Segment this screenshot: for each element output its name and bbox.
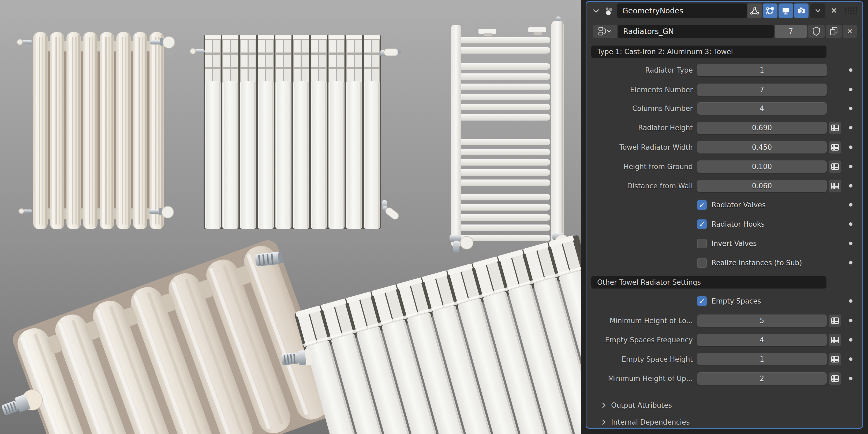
input-row: Radiator Height 0.690	[586, 122, 862, 134]
input-row: Towel Radiator Width 0.450	[586, 141, 862, 154]
realize-instances-checkbox[interactable]	[697, 258, 707, 268]
radiator-hooks-checkbox[interactable]: ✓	[697, 219, 707, 229]
radiator-valves-checkbox[interactable]: ✓	[697, 200, 707, 210]
input-attribute-toggle[interactable]	[829, 334, 841, 346]
elements-number-field[interactable]: 7	[697, 84, 827, 96]
empty-spaces-frequency-field[interactable]: 4	[697, 334, 827, 346]
input-attribute-toggle[interactable]	[829, 180, 841, 192]
input-value: 5	[760, 317, 764, 325]
decorator-dot[interactable]	[849, 377, 852, 380]
input-label: Radiator Type	[586, 64, 693, 76]
render-cast-iron-column-radiator	[17, 32, 175, 229]
distance-from-wall-field[interactable]: 0.060	[697, 180, 827, 192]
input-label: Elements Number	[586, 84, 693, 96]
close-icon: ✕	[847, 28, 853, 35]
render-aluminum-panel-radiator	[190, 35, 401, 229]
checkbox-label: Invert Valves	[712, 239, 757, 248]
copy-icon	[829, 26, 838, 36]
close-icon: ✕	[831, 7, 837, 15]
input-label: Columns Number	[586, 102, 693, 115]
duplicate-node-tree-button[interactable]	[826, 25, 842, 38]
decorator-dot[interactable]	[849, 222, 852, 226]
display-realtime-toggle[interactable]	[778, 3, 793, 18]
empty-spaces-checkbox[interactable]: ✓	[697, 296, 707, 306]
minimum-height-upper-field[interactable]: 2	[697, 372, 827, 385]
chevron-down-icon	[814, 6, 822, 15]
input-label: Distance from Wall	[586, 180, 693, 192]
node-tree-name: Radiators_GN	[623, 27, 674, 36]
chevron-right-icon	[600, 402, 607, 409]
input-attribute-toggle[interactable]	[829, 372, 841, 385]
input-value: 0.060	[752, 182, 772, 190]
decorator-dot[interactable]	[849, 184, 852, 188]
decorator-dot[interactable]	[849, 203, 852, 207]
input-value: 4	[760, 336, 764, 344]
invert-valves-checkbox[interactable]	[697, 239, 707, 248]
checkbox-row: Realize Instances (to Sub)	[586, 258, 862, 268]
decorator-dot[interactable]	[849, 106, 852, 110]
input-row: Minimum Height of Lo... 5	[586, 314, 862, 327]
input-row: Elements Number 7	[586, 84, 862, 96]
minimum-height-lower-field[interactable]: 5	[697, 314, 827, 327]
modifier-extras-dropdown[interactable]	[810, 3, 826, 18]
fake-user-button[interactable]	[808, 25, 825, 38]
columns-number-field[interactable]: 4	[697, 102, 827, 115]
attribute-toggle-icon	[831, 374, 839, 383]
check-icon: ✓	[699, 202, 705, 209]
radiator-height-field[interactable]: 0.690	[697, 122, 827, 134]
input-attribute-toggle[interactable]	[829, 122, 841, 134]
decorator-dot[interactable]	[849, 242, 852, 245]
shield-icon	[812, 26, 821, 36]
unlink-node-tree-button[interactable]: ✕	[843, 25, 857, 38]
node-tree-name-field[interactable]: Radiators_GN	[618, 25, 774, 38]
checkbox-label: Radiator Valves	[712, 200, 766, 210]
input-value: 0.450	[752, 143, 772, 151]
height-from-ground-field[interactable]: 0.100	[697, 160, 827, 173]
display-render-toggle[interactable]	[794, 3, 808, 18]
decorator-dot[interactable]	[849, 126, 852, 129]
drag-dots-icon	[843, 6, 859, 16]
node-tree-browse-button[interactable]	[593, 25, 617, 38]
decorator-dot[interactable]	[849, 165, 852, 168]
node-tree-users-count-button[interactable]: 7	[775, 25, 807, 38]
input-attribute-toggle[interactable]	[829, 353, 841, 365]
node-tree-icon	[598, 27, 612, 36]
input-attribute-toggle[interactable]	[829, 314, 841, 327]
decorator-dot[interactable]	[849, 68, 852, 72]
input-row: Columns Number 4	[586, 102, 862, 115]
input-label: Minimum Height of Lo...	[586, 314, 693, 327]
chevron-down-icon	[591, 6, 601, 16]
subpanel-label: Internal Dependencies	[611, 418, 690, 426]
towel-radiator-width-field[interactable]: 0.450	[697, 141, 827, 154]
decorator-dot[interactable]	[849, 146, 852, 149]
output-attributes-subpanel[interactable]: Output Attributes	[600, 401, 672, 410]
input-attribute-toggle[interactable]	[829, 141, 841, 154]
radiator-type-field[interactable]: 1	[697, 64, 827, 76]
decorator-dot[interactable]	[849, 261, 852, 265]
input-label: Radiator Height	[586, 122, 693, 134]
modifier-close-button[interactable]: ✕	[828, 5, 840, 17]
input-row: Height from Ground 0.100	[586, 160, 862, 173]
modifier-name: GeometryNodes	[622, 6, 683, 15]
input-attribute-toggle[interactable]	[829, 160, 841, 173]
panel-expand-toggle[interactable]	[590, 5, 602, 17]
attribute-toggle-icon	[831, 355, 839, 364]
input-row: Distance from Wall 0.060	[586, 180, 862, 192]
empty-space-height-field[interactable]: 1	[697, 353, 827, 365]
decorator-dot[interactable]	[849, 88, 852, 91]
attribute-toggle-icon	[831, 316, 839, 325]
decorator-dot[interactable]	[849, 338, 852, 342]
display-on-cage-toggle[interactable]	[763, 3, 777, 18]
decorator-dot[interactable]	[849, 319, 852, 322]
display-edit-mode-toggle[interactable]	[747, 3, 762, 18]
decorator-dot[interactable]	[849, 358, 852, 361]
input-value: 1	[760, 66, 764, 74]
modifier-name-field[interactable]: GeometryNodes	[617, 3, 747, 18]
modifier-drag-handle[interactable]	[843, 5, 859, 16]
internal-dependencies-subpanel[interactable]: Internal Dependencies	[600, 418, 690, 427]
input-row: Minimum Height of Up... 2	[586, 372, 862, 385]
input-value: 0.100	[752, 163, 772, 170]
attribute-toggle-icon	[831, 143, 839, 152]
input-value: 2	[760, 374, 764, 382]
decorator-dot[interactable]	[849, 299, 852, 303]
